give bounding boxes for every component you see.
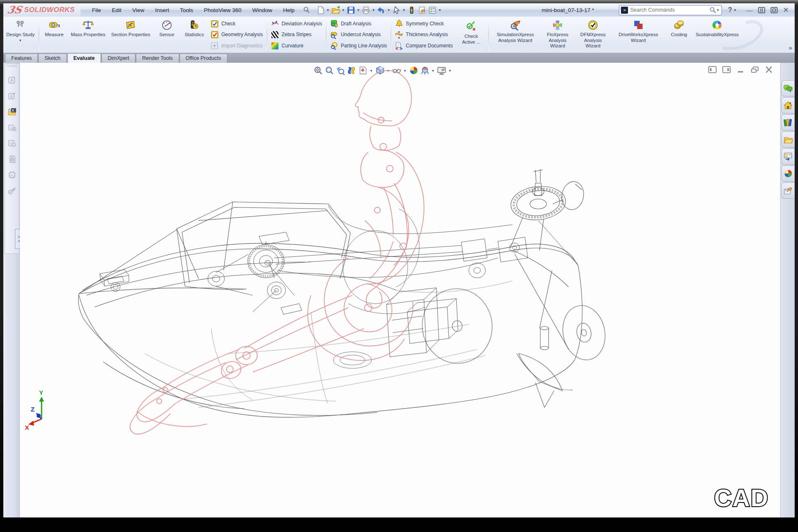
print-button[interactable] — [361, 5, 371, 15]
undercut-analysis-button[interactable]: Undercut Analysis — [330, 30, 387, 40]
task-tab-forum[interactable] — [781, 80, 794, 96]
tab-office-products[interactable]: Office Products — [180, 54, 227, 63]
task-tab-design-library[interactable] — [781, 114, 794, 131]
tab-dimxpert[interactable]: DimXpert — [101, 54, 135, 63]
annotation-add-icon[interactable]: A — [7, 75, 17, 86]
measure-icon — [48, 19, 60, 31]
help-dropdown[interactable]: ▾ — [734, 8, 736, 12]
menu-help[interactable]: Help — [278, 5, 300, 15]
solidworks-ds-glyph: 3S — [6, 5, 22, 15]
save-button[interactable] — [346, 5, 356, 15]
check-active-button[interactable]: Check Active ... — [456, 17, 487, 53]
mass-properties-icon — [82, 19, 94, 31]
driveworksxpress-wizard-button[interactable]: DriveWorksXpress Wizard — [611, 17, 665, 53]
new-document-button[interactable] — [316, 5, 325, 15]
tab-render-tools[interactable]: Render Tools — [136, 54, 179, 63]
save-dropdown[interactable]: ▾ — [357, 8, 360, 12]
annotation-puzzle-icon[interactable]: A — [7, 122, 17, 133]
svg-text:A: A — [10, 126, 12, 130]
custom-properties-icon — [783, 187, 793, 195]
printer-lock-icon[interactable] — [7, 154, 17, 165]
deviation-analysis-icon — [271, 20, 279, 28]
document-title: mini-boat_07-13-17 * — [542, 7, 619, 13]
annotation-check-icon[interactable]: A — [7, 91, 17, 101]
statistics-button[interactable]: Statistics — [180, 17, 208, 53]
select-button[interactable] — [392, 5, 401, 15]
measure-button[interactable]: Measure — [40, 17, 68, 53]
file-properties-button[interactable] — [417, 5, 427, 15]
floxpress-wizard-button[interactable]: FloXpress Analysis Wizard — [541, 17, 575, 53]
design-binder-icon[interactable] — [7, 106, 17, 117]
deviation-analysis-button[interactable]: Deviation Analysis — [271, 19, 322, 29]
options-dropdown[interactable]: ▾ — [439, 8, 441, 12]
help-icon[interactable]: ? — [728, 6, 732, 14]
section-properties-button[interactable]: Section Properties — [108, 17, 153, 53]
thickness-analysis-button[interactable]: Thickness Analysis — [395, 30, 453, 40]
minimize-button[interactable]: — — [746, 7, 753, 13]
check-button[interactable]: Check — [210, 19, 263, 29]
symmetry-check-button[interactable]: Symmetry Check — [395, 19, 453, 29]
costing-button[interactable]: Costing — [665, 17, 693, 53]
restore-button[interactable] — [771, 7, 778, 13]
search-dropdown[interactable]: ▾ — [717, 8, 719, 12]
search-input[interactable] — [628, 7, 709, 13]
simulationxpress-wizard-button[interactable]: SimulationXpress Analysis Wizard — [490, 17, 541, 53]
graphics-viewport[interactable]: ▾ ▾ ▾ ▾ ▾ — [20, 63, 781, 517]
thickness-analysis-icon — [395, 31, 403, 39]
draft-analysis-button[interactable]: Draft Analysis — [330, 19, 387, 29]
options-button[interactable] — [428, 5, 437, 15]
parting-line-analysis-button[interactable]: Parting Line Analysis — [330, 41, 387, 51]
design-study-dropdown[interactable]: ▾ — [19, 38, 21, 42]
menu-view[interactable]: View — [127, 5, 150, 15]
microchip-icon[interactable]: A — [7, 170, 17, 180]
select-dropdown[interactable]: ▾ — [403, 8, 405, 12]
menu-pin-icon[interactable] — [303, 6, 310, 14]
task-tab-appearances[interactable] — [781, 165, 794, 182]
menu-window[interactable]: Window — [247, 5, 278, 15]
undercut-analysis-icon — [330, 31, 338, 39]
annotation-sphere-icon[interactable]: A — [7, 138, 17, 149]
search-commands-box[interactable]: > ▾ — [619, 5, 722, 15]
task-tab-custom-properties[interactable] — [781, 182, 794, 199]
search-scope-icon[interactable]: > — [621, 7, 628, 14]
task-tab-resources[interactable] — [781, 97, 794, 113]
task-tab-view-palette[interactable] — [781, 148, 794, 165]
menu-file[interactable]: File — [86, 5, 106, 15]
new-document-dropdown[interactable]: ▾ — [327, 8, 329, 12]
task-pane-strip — [780, 63, 795, 517]
menu-tools[interactable]: Tools — [175, 5, 199, 15]
print-dropdown[interactable]: ▾ — [372, 8, 374, 12]
fastener-icon[interactable] — [7, 185, 17, 196]
boat-wireframe-model[interactable]: Y X Z — [20, 63, 781, 517]
draft-analysis-icon — [330, 20, 338, 28]
undo-button[interactable] — [377, 5, 386, 15]
sensor-button[interactable]: Sensor — [153, 17, 180, 53]
search-icon[interactable] — [709, 7, 716, 13]
task-tab-file-explorer[interactable] — [781, 131, 794, 148]
undo-dropdown[interactable]: ▾ — [388, 8, 390, 12]
ribbon-overflow-chevron[interactable]: » — [789, 44, 792, 51]
dfmxpress-wizard-button[interactable]: DFMXpress Analysis Wizard — [575, 17, 611, 53]
toolbar-grip[interactable] — [7, 66, 17, 69]
tab-evaluate[interactable]: Evaluate — [67, 53, 101, 63]
pane-toggle-button[interactable] — [758, 7, 765, 13]
menu-photoview-360[interactable]: PhotoView 360 — [198, 5, 247, 15]
mass-properties-button[interactable]: Mass Properties — [68, 17, 108, 53]
zebra-stripes-button[interactable]: Zebra Stripes — [271, 30, 322, 40]
solidworks-logo-text: SOLIDWORKS — [24, 6, 75, 14]
view-palette-icon — [783, 152, 793, 161]
geometry-analysis-button[interactable]: Geometry Analysis — [210, 30, 263, 40]
tab-sketch[interactable]: Sketch — [38, 54, 66, 63]
tab-features[interactable]: Features — [5, 54, 38, 63]
open-dropdown[interactable]: ▾ — [342, 8, 344, 12]
menu-insert[interactable]: Insert — [150, 5, 175, 15]
compare-documents-button[interactable]: Compare Documents — [395, 41, 453, 51]
performance-lights-icon[interactable] — [407, 5, 416, 15]
design-study-button[interactable]: Design Study ▾ — [3, 17, 37, 53]
close-button[interactable]: ✕ — [783, 7, 789, 14]
open-button[interactable] — [331, 5, 340, 15]
design-study-icon — [15, 19, 26, 31]
curvature-button[interactable]: Curvature — [271, 41, 322, 51]
import-diagnostics-button[interactable]: Import Diagnostics — [210, 41, 263, 51]
menu-edit[interactable]: Edit — [106, 5, 127, 15]
